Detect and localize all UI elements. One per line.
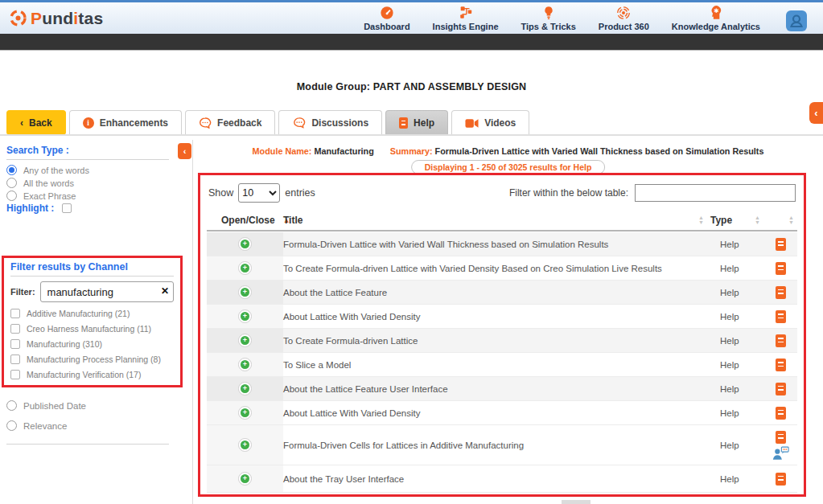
table-row[interactable]: Formula-Driven Lattice with Varied Wall …: [207, 232, 797, 256]
divider: [10, 276, 174, 277]
table-row[interactable]: To Slice a Model Help: [207, 353, 797, 377]
app-header: Punditas Dashboard Insights Engine: [0, 2, 823, 34]
channel-checkbox-manufacturing[interactable]: Manufacturing (310): [10, 339, 174, 349]
table-row[interactable]: About the Tray User Interface Help: [207, 465, 797, 493]
nav-item-insights-engine[interactable]: Insights Engine: [433, 6, 499, 31]
table-row[interactable]: To Create Formula-driven Lattice Help: [207, 329, 797, 353]
sort-options-section: Published Date Relevance: [6, 395, 169, 449]
nav-item-product-360[interactable]: Product 360: [599, 6, 649, 31]
expand-row-icon[interactable]: [238, 358, 252, 371]
column-header-title[interactable]: Title: [283, 215, 710, 226]
divider: [6, 159, 169, 160]
expand-row-icon[interactable]: [238, 472, 252, 486]
gauge-icon: [380, 6, 394, 20]
sort-icon: [788, 215, 794, 225]
search-type-section: Search Type : Any of the words All the w…: [6, 145, 169, 203]
document-icon[interactable]: [776, 359, 786, 371]
expand-row-icon[interactable]: [238, 261, 252, 275]
expand-row-icon[interactable]: [238, 438, 252, 452]
expand-row-icon[interactable]: [238, 382, 252, 395]
channel-checkbox-manufacturing-process-planning[interactable]: Manufacturing Process Planning (8): [10, 354, 174, 364]
nav-item-knowledge-analytics[interactable]: ✱ Knowledge Analytics: [672, 6, 760, 31]
panel-collapse-right-chevron-icon[interactable]: ‹: [809, 102, 823, 124]
document-icon[interactable]: [776, 473, 786, 486]
tab-discussions[interactable]: Discussions: [278, 110, 382, 135]
column-header-type[interactable]: Type: [710, 215, 763, 226]
expand-row-icon[interactable]: [238, 334, 252, 347]
results-table-annotated-box: Show 10 entries Filter within the below …: [198, 173, 806, 497]
pagination-button-partial[interactable]: [562, 500, 591, 504]
highlight-checkbox[interactable]: [62, 203, 72, 213]
clear-filter-icon[interactable]: ✕: [161, 285, 169, 297]
document-icon[interactable]: [776, 262, 786, 275]
expand-row-icon[interactable]: [238, 406, 252, 420]
document-icon[interactable]: [776, 407, 786, 420]
expand-row-icon[interactable]: [238, 237, 252, 251]
tab-help[interactable]: Help: [385, 110, 448, 135]
table-row[interactable]: About the Lattice Feature Help: [207, 281, 797, 305]
document-icon[interactable]: [776, 286, 786, 299]
sort-icon: [698, 215, 704, 225]
table-header: Open/Close ▲ Title Type: [207, 211, 797, 232]
tab-videos[interactable]: Videos: [451, 110, 529, 135]
channel-checkbox-manufacturing-verification[interactable]: Manufacturing Verification (17): [10, 370, 174, 379]
expand-row-icon[interactable]: [238, 285, 252, 299]
radio-icon: [6, 400, 17, 411]
info-icon: [83, 117, 94, 129]
page-title: Module Group: PART AND ASSEMBLY DESIGN: [0, 81, 823, 92]
table-filter-control: Filter within the below table:: [509, 184, 796, 202]
channel-filter-annotated-box: Filter results by Channel Filter: ✕ Addi…: [2, 256, 183, 387]
document-icon[interactable]: [776, 238, 786, 251]
radio-any-of-the-words[interactable]: Any of the words: [6, 165, 169, 175]
sidebar-collapse-chevron-icon[interactable]: ‹: [178, 143, 191, 159]
page-size-control: Show 10 entries: [208, 183, 315, 203]
tab-bar-divider: [0, 134, 823, 136]
radio-exact-phrase[interactable]: Exact Phrase: [6, 191, 169, 201]
channel-filter-input-wrap: ✕: [40, 281, 174, 302]
tab-enhancements[interactable]: Enhancements: [69, 110, 182, 135]
filter-sidebar: Search Type : Any of the words All the w…: [0, 140, 192, 504]
table-row[interactable]: To Create Formula-driven Lattice with Va…: [207, 256, 797, 281]
user-avatar[interactable]: [786, 10, 807, 31]
network-icon: [459, 6, 473, 20]
table-row[interactable]: Formula-Driven Cells for Lattices in Add…: [207, 425, 797, 465]
module-summary-line: Module Name: Manufacturing Summary: Form…: [193, 146, 823, 156]
checkbox-icon: [10, 339, 20, 349]
table-row[interactable]: About the Lattice Feature User Interface…: [207, 377, 797, 401]
radio-icon: [6, 420, 17, 431]
tab-feedback[interactable]: Feedback: [185, 110, 275, 135]
document-icon[interactable]: [776, 334, 786, 347]
nav-item-tips-tricks[interactable]: Tips & Tricks: [521, 6, 576, 31]
document-icon[interactable]: [776, 383, 786, 395]
page-size-select[interactable]: 10: [238, 183, 280, 203]
expand-row-icon[interactable]: [238, 309, 252, 323]
channel-filter-input[interactable]: [40, 281, 174, 302]
nav-item-dashboard[interactable]: Dashboard: [364, 6, 409, 31]
summary-label: Summary:: [390, 146, 433, 156]
document-icon[interactable]: [776, 431, 786, 444]
channel-filter-row: Filter: ✕: [10, 281, 174, 302]
expert-chat-icon[interactable]: [772, 446, 789, 460]
entries-label: entries: [285, 187, 315, 199]
highlight-toggle[interactable]: Highlight :: [6, 203, 72, 214]
table-row[interactable]: About Lattice With Varied Density Help: [207, 305, 797, 329]
chevron-left-icon: ‹: [20, 117, 23, 129]
table-controls: Show 10 entries Filter within the below …: [208, 183, 796, 203]
highlight-label: Highlight :: [6, 203, 54, 214]
lightbulb-icon: [541, 6, 556, 20]
column-header-open-close[interactable]: Open/Close ▲: [207, 215, 283, 226]
radio-relevance[interactable]: Relevance: [6, 420, 169, 431]
channel-checkbox-creo-harness-manufacturing[interactable]: Creo Harness Manufacturing (11): [10, 324, 174, 334]
brand-logo[interactable]: Punditas: [10, 9, 103, 28]
radio-all-the-words[interactable]: All the words: [6, 178, 169, 188]
summary-value: Formula-Driven Lattice with Varied Wall …: [435, 146, 764, 156]
channel-checkbox-additive-manufacturing[interactable]: Additive Manufacturing (21): [10, 309, 174, 318]
table-filter-input[interactable]: [635, 184, 796, 202]
document-icon: [399, 117, 408, 129]
table-row[interactable]: About Lattice With Varied Density Help: [207, 401, 797, 425]
document-icon[interactable]: [776, 310, 786, 323]
column-header-icons[interactable]: [763, 215, 797, 225]
tab-back[interactable]: ‹ Back: [6, 110, 66, 135]
radio-published-date[interactable]: Published Date: [6, 400, 169, 411]
channel-filter-heading: Filter results by Channel: [10, 261, 174, 272]
